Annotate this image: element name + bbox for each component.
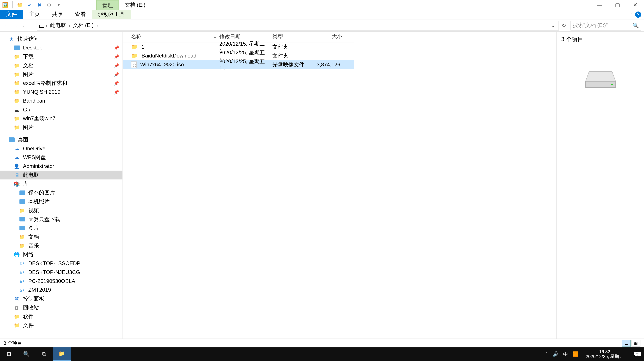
nav-item[interactable]: 图片	[0, 224, 122, 232]
minimize-button[interactable]: —	[591, 0, 608, 10]
nav-item[interactable]: 🖥此电脑	[0, 171, 122, 179]
network-icon[interactable]: 📶	[572, 351, 578, 357]
check-icon[interactable]: ✔	[26, 1, 33, 8]
recent-locations-button[interactable]: ⌄	[22, 23, 25, 27]
network-icon: 🌐	[13, 251, 20, 258]
address-dropdown-button[interactable]: ⌄	[549, 22, 557, 28]
folder-icon[interactable]: 📁	[16, 1, 24, 8]
nav-item[interactable]: 🌐网络	[0, 250, 122, 259]
nav-item-label: Administrator	[23, 163, 54, 169]
nav-item-label: DESKTOP-LSSOEDP	[28, 260, 80, 267]
column-size[interactable]: 大小	[317, 33, 344, 41]
nav-item[interactable]: 📁win7重装win7	[0, 114, 122, 123]
nav-item[interactable]: 🖳PC-20190530OBLA	[0, 277, 122, 286]
main-area: ★快速访问Desktop📌📁下载📌📁文档📌📁图片📌📁excel表格制作求和📌📁Y…	[0, 32, 644, 339]
folder-icon: 📁	[13, 115, 20, 122]
tab-share[interactable]: 共享	[46, 10, 69, 19]
ime-indicator[interactable]: 中	[563, 351, 568, 357]
breadcrumb-this-pc[interactable]: 此电脑	[49, 22, 67, 29]
nav-item[interactable]: 保存的图片	[0, 188, 122, 197]
nav-item[interactable]: 桌面	[0, 135, 122, 144]
column-type[interactable]: 类型	[272, 33, 317, 41]
nav-item[interactable]: 📁Bandicam	[0, 96, 122, 105]
volume-icon[interactable]: 🔊	[552, 351, 559, 357]
details-view-button[interactable]: ☰	[622, 340, 631, 347]
nav-item[interactable]: ☁WPS网盘	[0, 153, 122, 162]
nav-item[interactable]: 🗑回收站	[0, 303, 122, 312]
nav-item-label: Desktop	[23, 44, 42, 51]
nav-item[interactable]: ★快速访问	[0, 34, 122, 43]
close-icon[interactable]: ✖	[36, 1, 43, 8]
nav-item[interactable]: 🛠控制面板	[0, 294, 122, 303]
thumbnails-view-button[interactable]: ▦	[632, 340, 640, 347]
taskbar-explorer-button[interactable]: 📁	[53, 348, 70, 361]
column-name[interactable]: 名称 ▲	[123, 33, 219, 41]
column-type-label: 类型	[272, 33, 283, 40]
start-button[interactable]: ⊞	[0, 348, 18, 361]
nav-item[interactable]: 🖳DESKTOP-LSSOEDP	[0, 259, 122, 268]
nav-item[interactable]: 天翼云盘下载	[0, 215, 122, 224]
chevron-down-icon[interactable]: ▾	[55, 1, 62, 8]
nav-item[interactable]: Desktop📌	[0, 43, 122, 52]
tab-file[interactable]: 文件	[0, 10, 23, 19]
action-center-button[interactable]: 💬 3	[630, 351, 642, 357]
nav-item[interactable]: 🖴G:\	[0, 105, 122, 114]
notification-badge: 3	[638, 352, 641, 356]
nav-item[interactable]: 📁文档📌	[0, 61, 122, 70]
nav-item[interactable]: 👤Administrator	[0, 162, 122, 171]
task-view-button[interactable]: ⧉	[36, 348, 53, 361]
back-button[interactable]: ←	[4, 22, 10, 28]
nav-item-label: OneDrive	[23, 145, 46, 152]
drive-thumbnail	[561, 70, 640, 89]
tab-home[interactable]: 主页	[23, 10, 46, 19]
up-button[interactable]: ↑	[29, 22, 31, 28]
search-box[interactable]: 搜索"文档 (E:)" 🔍	[570, 21, 641, 30]
column-date[interactable]: 修改日期	[219, 33, 272, 41]
forward-button[interactable]: →	[13, 22, 18, 28]
address-bar[interactable]: 🖴 › 此电脑 › 文档 (E:) › ⌄	[37, 21, 559, 30]
clock[interactable]: 16:32 2020/12/25, 星期五	[583, 349, 626, 359]
nav-item[interactable]: 📁音乐	[0, 241, 122, 250]
navigation-pane[interactable]: ★快速访问Desktop📌📁下载📌📁文档📌📁图片📌📁excel表格制作求和📌📁Y…	[0, 32, 123, 339]
nav-item[interactable]: 本机照片	[0, 197, 122, 206]
nav-item[interactable]: 📁图片	[0, 123, 122, 132]
app-icon: 🖼️	[2, 1, 9, 8]
ribbon-expand-button[interactable]: ^	[630, 12, 632, 17]
tab-drive-tools[interactable]: 驱动器工具	[92, 10, 131, 19]
svg-marker-0	[585, 71, 615, 81]
nav-item[interactable]: 📁下载📌	[0, 52, 122, 61]
nav-item[interactable]: 📁软件	[0, 312, 122, 321]
search-icon[interactable]: 🔍	[632, 22, 639, 28]
qat-separator-2	[66, 1, 66, 8]
breadcrumb-sep-0[interactable]: ›	[44, 22, 49, 28]
empty-space[interactable]	[354, 32, 556, 339]
breadcrumb-sep-1[interactable]: ›	[67, 22, 72, 28]
nav-item[interactable]: 📁图片📌	[0, 70, 122, 79]
maximize-button[interactable]: ▢	[608, 0, 626, 10]
file-list[interactable]: 名称 ▲ 修改日期 类型 大小 📁12020/12/15, 星期二 1...文件…	[123, 32, 354, 339]
tab-view[interactable]: 查看	[69, 10, 92, 19]
tray-chevron-button[interactable]: ˄	[546, 351, 548, 357]
nav-item[interactable]: 📁文档	[0, 232, 122, 241]
refresh-button[interactable]: ↻	[559, 22, 569, 28]
nav-item[interactable]: 📁文件	[0, 321, 122, 330]
breadcrumb-sep-2[interactable]: ›	[95, 22, 99, 28]
pc-icon: 🖥	[13, 171, 20, 178]
nav-item[interactable]: 📁视频	[0, 206, 122, 215]
breadcrumb-drive[interactable]: 文档 (E:)	[72, 22, 95, 29]
nav-item[interactable]: 📁YUNQISHI2019📌	[0, 87, 122, 96]
nav-item[interactable]: 📁excel表格制作求和📌	[0, 79, 122, 87]
nav-item[interactable]: ☁OneDrive	[0, 144, 122, 153]
nav-item[interactable]: 🖳DESKTOP-NJEU3CG	[0, 268, 122, 277]
nav-item[interactable]: 📚库	[0, 179, 122, 188]
tab-share-label: 共享	[52, 10, 63, 18]
qat-separator	[12, 1, 13, 8]
gear-icon[interactable]: ⚙	[46, 1, 53, 8]
close-button[interactable]: ✕	[626, 0, 644, 10]
help-button[interactable]: ?	[635, 11, 641, 17]
nav-item-label: 本机照片	[28, 198, 50, 205]
taskbar-search-button[interactable]: 🔍	[18, 348, 35, 361]
nav-item[interactable]: 🖳ZMT2019	[0, 286, 122, 295]
file-row[interactable]: Win7x64_2020.iso2020/12/25, 星期五 1...光盘映像…	[123, 60, 354, 69]
contextual-tab-manage[interactable]: 管理	[96, 0, 118, 10]
